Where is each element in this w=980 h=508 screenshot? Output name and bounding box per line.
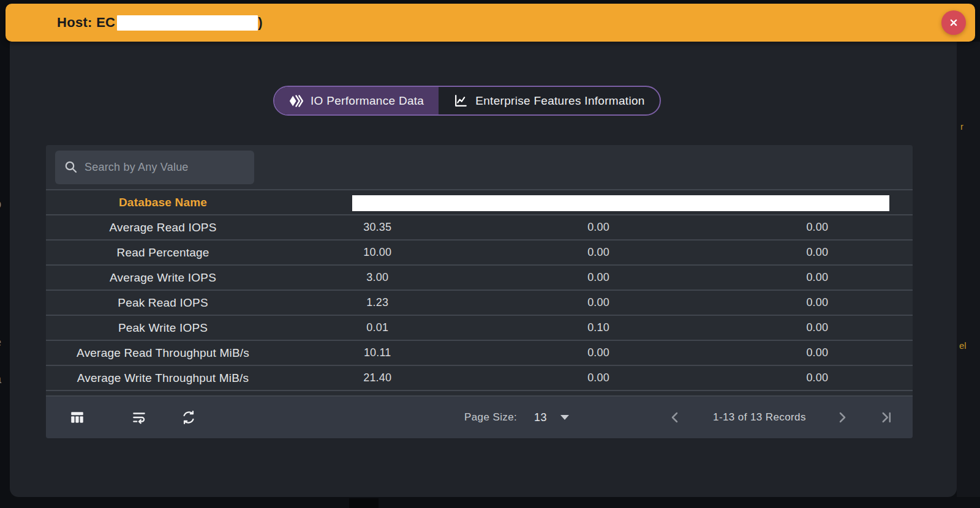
background-text-fragment: r	[960, 121, 963, 132]
refresh-button[interactable]	[181, 409, 197, 425]
pagination-first-page-button[interactable]	[614, 410, 629, 425]
close-icon	[948, 17, 960, 29]
page-size-dropdown-button[interactable]	[558, 411, 571, 424]
tab-enterprise-features-information[interactable]: Enterprise Features Information	[439, 87, 659, 114]
table-search-bar	[46, 145, 913, 189]
pagination-last-page-button[interactable]	[879, 410, 894, 425]
background-text-fragment: el	[959, 340, 967, 351]
row-value: 21.40	[280, 372, 475, 384]
column-settings-button[interactable]	[69, 409, 85, 425]
host-dialog-header: Host: EC )	[6, 4, 975, 42]
wrap-text-button[interactable]	[131, 409, 147, 425]
row-label: Read Percentage	[46, 246, 280, 260]
row-label: Average Write IOPS	[46, 271, 280, 285]
table-columns-icon	[69, 409, 85, 425]
dialog-title: Host: EC )	[57, 15, 263, 31]
table-row: Average Read IOPS 30.35 0.00 0.00	[46, 214, 913, 239]
partial-row-sliver	[46, 390, 913, 395]
table-row: Average Read Throughput MiB/s 10.11 0.00…	[46, 340, 913, 365]
pagination-next-page-button[interactable]	[835, 410, 850, 425]
background-notch	[349, 498, 379, 508]
row-value: 30.35	[280, 221, 475, 234]
row-value: 0.00	[722, 346, 913, 359]
row-value: 3.00	[280, 271, 475, 284]
row-value: 0.00	[475, 246, 722, 259]
page-size-label: Page Size:	[464, 411, 517, 424]
records-range-text: 1-13 of 13 Records	[704, 411, 815, 424]
row-value: 0.00	[475, 296, 722, 309]
row-value: 0.00	[722, 246, 913, 259]
row-value: 1.23	[280, 296, 475, 309]
row-label: Average Read IOPS	[46, 221, 280, 234]
row-value: 0.00	[722, 321, 913, 334]
pagination-previous-page-button[interactable]	[668, 410, 682, 425]
last-page-icon	[879, 410, 894, 425]
row-value: 0.00	[722, 271, 913, 284]
search-icon	[64, 160, 78, 174]
row-value: 0.00	[722, 221, 913, 234]
dialog-title-text-suffix: )	[258, 15, 263, 31]
chevron-down-icon	[560, 415, 569, 420]
tab-label: IO Performance Data	[311, 94, 424, 108]
background-text-fragment: e	[0, 335, 1, 349]
row-value: 0.10	[475, 321, 722, 334]
table-row: Average Write IOPS 3.00 0.00 0.00	[46, 264, 913, 289]
host-dialog-body: IO Performance Data Enterprise Features …	[10, 42, 957, 497]
refresh-icon	[181, 409, 197, 425]
redaction-overlay	[117, 15, 258, 31]
io-performance-table-card: Database Name Average Read IOPS 30.35 0.…	[46, 145, 913, 438]
chevron-left-icon	[668, 410, 682, 425]
close-button[interactable]	[941, 10, 966, 35]
first-page-icon	[614, 410, 629, 425]
chevron-right-icon	[835, 410, 850, 425]
background-text-fragment: o	[0, 197, 1, 211]
row-label: Average Read Throughput MiB/s	[46, 346, 280, 360]
row-value: 0.00	[475, 372, 722, 384]
row-value: 0.00	[722, 296, 913, 309]
table-header-label: Database Name	[46, 196, 280, 209]
line-chart-icon	[453, 93, 469, 108]
table-row: Average Write Throughput MiB/s 21.40 0.0…	[46, 365, 913, 390]
tab-io-performance-data[interactable]: IO Performance Data	[274, 87, 439, 114]
page-size-value[interactable]: 13	[534, 411, 547, 424]
table-header-row: Database Name	[46, 189, 913, 214]
redaction-overlay-db-names	[352, 195, 889, 211]
row-label: Average Write Throughput MiB/s	[46, 372, 280, 385]
search-input[interactable]	[85, 161, 246, 174]
dialog-title-text: Host: EC	[57, 15, 115, 31]
table-footer: Page Size: 13 1-13 of 13 Records	[46, 395, 913, 438]
row-value: 0.00	[475, 346, 722, 359]
row-label: Peak Read IOPS	[46, 296, 280, 310]
tab-group: IO Performance Data Enterprise Features …	[273, 86, 661, 116]
background-text-fragment: a	[0, 372, 1, 386]
wrap-text-icon	[131, 409, 147, 425]
background-right-strip: r el	[957, 42, 980, 497]
row-label: Peak Write IOPS	[46, 321, 280, 335]
row-value: 10.00	[280, 246, 475, 259]
row-value: 0.00	[475, 271, 722, 284]
table-row: Read Percentage 10.00 0.00 0.00	[46, 239, 913, 264]
row-value: 0.00	[722, 372, 913, 384]
row-value: 0.00	[475, 221, 722, 234]
hive-speed-icon	[289, 94, 304, 108]
row-value: 10.11	[280, 346, 475, 359]
table-row: Peak Write IOPS 0.01 0.10 0.00	[46, 315, 913, 340]
tab-label: Enterprise Features Information	[475, 94, 644, 108]
table-row: Peak Read IOPS 1.23 0.00 0.00	[46, 289, 913, 315]
row-value: 0.01	[280, 321, 475, 334]
search-input-wrapper[interactable]	[55, 151, 254, 184]
